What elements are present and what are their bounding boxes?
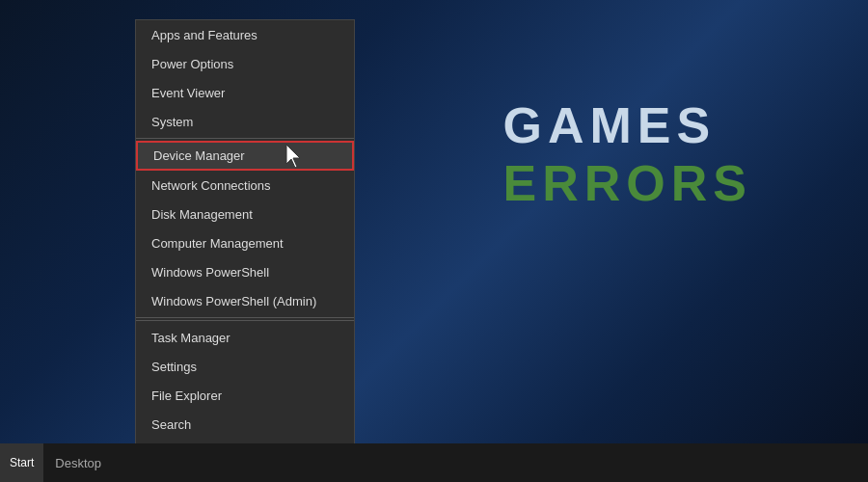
menu-item-task-manager[interactable]: Task Manager [136,323,354,352]
start-button-label: Start [10,456,34,469]
logo-games-text: GAMES [503,96,752,154]
menu-item-label-windows-powershell: Windows PowerShell [151,265,269,280]
context-menu: Apps and FeaturesPower OptionsEvent View… [135,19,355,482]
logo-errors-text: ERRORS [503,154,752,212]
menu-item-network-connections[interactable]: Network Connections [136,171,354,200]
menu-item-label-event-viewer: Event Viewer [151,86,225,100]
menu-item-windows-powershell[interactable]: Windows PowerShell [136,257,354,286]
menu-item-computer-management[interactable]: Computer Management [136,228,354,257]
menu-section-divider [136,320,354,321]
menu-item-apps-features[interactable]: Apps and Features [136,20,354,49]
menu-item-label-system: System [151,115,193,129]
menu-item-event-viewer[interactable]: Event Viewer [136,78,354,107]
menu-item-label-windows-powershell-admin: Windows PowerShell (Admin) [151,294,316,308]
menu-item-settings[interactable]: Settings [136,352,354,381]
menu-item-disk-management[interactable]: Disk Management [136,200,354,228]
menu-item-label-device-manager: Device Manager [153,148,245,163]
menu-item-label-apps-features: Apps and Features [151,28,258,42]
menu-item-label-network-connections: Network Connections [151,178,271,193]
menu-item-label-settings: Settings [151,360,197,374]
menu-item-search[interactable]: Search [136,410,354,439]
desktop-background [0,0,868,482]
desktop-taskbar-item[interactable]: Desktop [43,443,113,482]
menu-item-windows-powershell-admin[interactable]: Windows PowerShell (Admin) [136,286,354,315]
menu-divider-after-windows-powershell-admin [136,317,354,318]
desktop-taskbar-label: Desktop [55,456,101,470]
menu-item-label-search: Search [151,417,191,432]
menu-divider-after-system [136,138,354,139]
menu-item-label-computer-management: Computer Management [151,236,284,251]
menu-item-label-file-explorer: File Explorer [151,388,222,403]
menu-item-file-explorer[interactable]: File Explorer [136,381,354,410]
taskbar: Start Desktop [0,443,868,482]
start-button[interactable]: Start [0,443,43,482]
menu-item-label-power-options: Power Options [151,57,233,71]
menu-item-power-options[interactable]: Power Options [136,49,354,78]
menu-item-device-manager[interactable]: Device Manager [136,141,354,171]
menu-item-label-task-manager: Task Manager [151,331,231,345]
menu-item-label-disk-management: Disk Management [151,207,253,222]
menu-item-system[interactable]: System [136,107,354,136]
games-errors-logo: GAMES ERRORS [503,96,752,212]
